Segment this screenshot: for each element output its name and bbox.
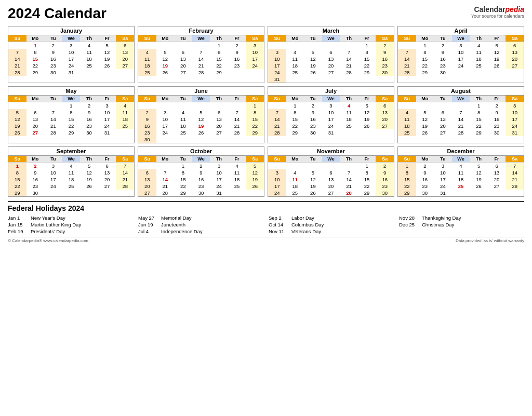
cal-day: 29	[470, 129, 488, 136]
cal-day: 21	[340, 62, 358, 69]
col-header-tu: Tu	[434, 156, 452, 163]
month-title-march: March	[268, 26, 394, 35]
col-header-th: Th	[340, 156, 358, 163]
cal-table-february: SuMoTuWeThFrSa12345678910111213141516171…	[138, 35, 264, 76]
cal-day: 13	[138, 176, 156, 183]
cal-day: 7	[116, 163, 134, 170]
cal-day: 27	[116, 62, 134, 69]
cal-day: 26	[416, 129, 434, 136]
cal-day: 26	[8, 129, 26, 136]
cal-day: 5	[246, 163, 264, 170]
cal-day: 2	[192, 163, 210, 170]
col-header-mo: Mo	[26, 156, 45, 163]
col-header-th: Th	[470, 96, 488, 102]
cal-day	[156, 102, 175, 110]
cal-day: 19	[488, 56, 506, 62]
cal-day: 11	[80, 49, 98, 56]
col-header-su: Su	[268, 96, 286, 102]
cal-day	[174, 102, 192, 110]
cal-day: 6	[116, 42, 134, 49]
col-header-mo: Mo	[286, 96, 304, 102]
cal-day	[246, 69, 264, 76]
cal-day	[268, 102, 286, 110]
cal-day	[340, 42, 358, 49]
cal-day: 8	[246, 109, 264, 116]
cal-day	[322, 163, 340, 170]
cal-day: 18	[228, 176, 246, 183]
cal-day: 29	[416, 69, 434, 76]
cal-day	[304, 76, 322, 83]
cal-day	[304, 163, 322, 170]
cal-day: 20	[506, 56, 524, 62]
cal-day: 27	[322, 69, 340, 76]
cal-day: 15	[174, 176, 192, 183]
cal-day: 20	[434, 123, 452, 129]
cal-day: 12	[156, 56, 175, 62]
cal-day: 26	[98, 62, 116, 69]
cal-day	[26, 102, 45, 110]
cal-day: 5	[304, 169, 322, 176]
cal-day	[376, 76, 394, 83]
cal-day	[340, 163, 358, 170]
cal-day: 10	[452, 49, 470, 56]
cal-day: 19	[98, 56, 116, 62]
cal-day: 4	[138, 49, 156, 56]
cal-day: 21	[156, 183, 175, 190]
cal-day: 13	[322, 176, 340, 183]
col-header-we: We	[452, 96, 470, 102]
cal-table-august: SuMoTuWeThFrSa12345678910111213141516171…	[398, 96, 524, 136]
col-header-sa: Sa	[376, 156, 394, 163]
cal-day: 8	[358, 49, 376, 56]
cal-day: 7	[340, 49, 358, 56]
col-header-fr: Fr	[488, 156, 506, 163]
col-header-we: We	[192, 96, 210, 102]
col-header-tu: Tu	[174, 156, 192, 163]
cal-day: 6	[506, 42, 524, 49]
cal-day: 28	[228, 129, 246, 136]
holiday-date: Dec 25	[399, 222, 419, 227]
col-header-tu: Tu	[304, 35, 322, 42]
cal-day: 30	[488, 129, 506, 136]
cal-day: 23	[434, 62, 452, 69]
cal-day: 5	[416, 109, 434, 116]
cal-day: 17	[246, 56, 264, 62]
cal-day: 20	[376, 116, 394, 123]
cal-day: 26	[80, 183, 98, 190]
col-header-mo: Mo	[156, 156, 175, 163]
cal-day	[322, 42, 340, 49]
cal-day: 22	[358, 183, 376, 190]
cal-day: 17	[434, 176, 452, 183]
cal-day	[452, 190, 470, 196]
cal-day: 4	[470, 42, 488, 49]
cal-day: 25	[80, 62, 98, 69]
cal-day	[246, 190, 264, 196]
cal-day: 7	[268, 109, 286, 116]
holiday-item: May 27Memorial Day	[138, 214, 263, 221]
cal-day: 16	[80, 116, 98, 123]
cal-day	[358, 76, 376, 83]
cal-day: 17	[452, 56, 470, 62]
page-header: 2024 Calendar Calendarpedia Your source …	[8, 5, 524, 22]
cal-day: 14	[228, 116, 246, 123]
cal-day: 3	[210, 163, 228, 170]
cal-day	[304, 42, 322, 49]
cal-day: 6	[434, 109, 452, 116]
cal-day: 23	[376, 62, 394, 69]
cal-day: 11	[116, 109, 134, 116]
cal-day	[8, 102, 26, 110]
cal-day: 2	[228, 42, 246, 49]
col-header-su: Su	[138, 156, 156, 163]
cal-day: 11	[62, 169, 81, 176]
cal-day: 7	[156, 169, 175, 176]
cal-day: 17	[322, 116, 340, 123]
month-november: NovemberSuMoTuWeThFrSa123456789101112131…	[268, 146, 394, 197]
col-header-sa: Sa	[246, 96, 264, 102]
cal-day: 18	[340, 116, 358, 123]
cal-day	[116, 69, 134, 76]
col-header-tu: Tu	[44, 156, 62, 163]
holiday-item: Nov 11Veterans Day	[269, 228, 394, 235]
cal-day	[470, 69, 488, 76]
col-header-fr: Fr	[228, 156, 246, 163]
cal-day	[286, 42, 304, 49]
brand-italic: pedia	[505, 5, 524, 14]
